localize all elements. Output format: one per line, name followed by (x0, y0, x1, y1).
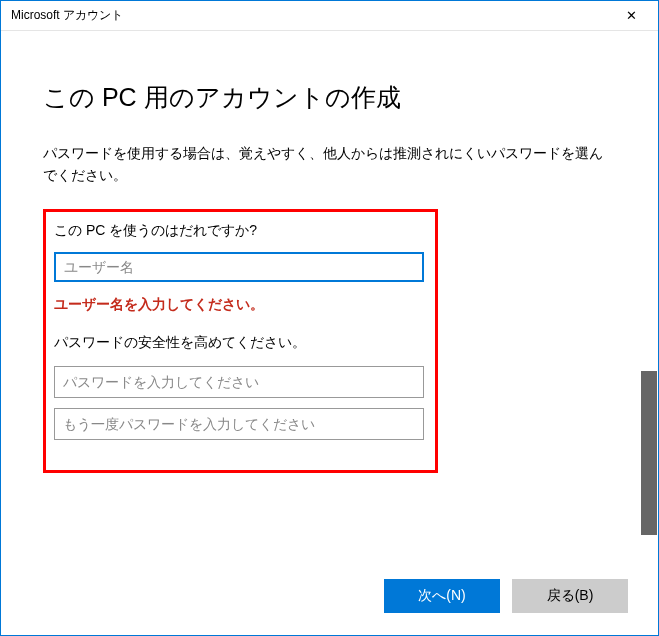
back-button[interactable]: 戻る(B) (512, 579, 628, 613)
form-highlight-box: この PC を使うのはだれですか? ユーザー名を入力してください。 パスワードの… (43, 209, 438, 473)
username-input[interactable] (54, 252, 424, 282)
page-title: この PC 用のアカウントの作成 (43, 81, 616, 114)
window-title: Microsoft アカウント (11, 7, 123, 24)
titlebar: Microsoft アカウント ✕ (1, 1, 658, 31)
button-bar: 次へ(N) 戻る(B) (384, 579, 628, 613)
next-button[interactable]: 次へ(N) (384, 579, 500, 613)
password-section-label: パスワードの安全性を高めてください。 (54, 334, 421, 352)
scrollbar-thumb[interactable] (641, 371, 657, 535)
page-description: パスワードを使用する場合は、覚えやすく、他人からは推測されにくいパスワードを選ん… (43, 142, 616, 187)
password-input[interactable] (54, 366, 424, 398)
close-button[interactable]: ✕ (609, 2, 654, 30)
close-icon: ✕ (626, 8, 637, 23)
main-content: この PC 用のアカウントの作成 パスワードを使用する場合は、覚えやすく、他人か… (1, 31, 658, 473)
password-confirm-input[interactable] (54, 408, 424, 440)
who-uses-pc-label: この PC を使うのはだれですか? (54, 222, 421, 240)
username-error: ユーザー名を入力してください。 (54, 296, 421, 314)
